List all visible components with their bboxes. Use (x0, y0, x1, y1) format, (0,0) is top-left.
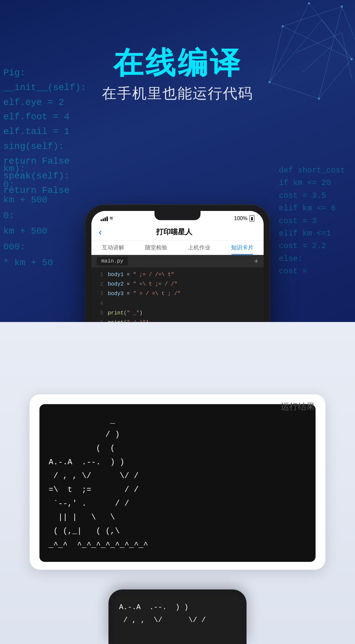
result-terminal: _ / ) ( ( A.-.A .--. ) ) / , , \/ \/ / =… (39, 404, 316, 562)
tab-quiz[interactable]: 随堂检验 (134, 241, 178, 255)
result-label: 运行结果 (281, 401, 315, 412)
svg-point-18 (282, 25, 284, 27)
bottom-phone-code: A.-.A .--. ) ) / , , \/ \/ / (114, 595, 241, 644)
tab-homework[interactable]: 上机作业 (178, 241, 221, 255)
file-tab[interactable]: main.py (97, 257, 128, 265)
editor-tab-bar: main.py + (91, 255, 264, 267)
tab-interactive[interactable]: 互动讲解 (91, 241, 134, 255)
phone-notch (154, 211, 201, 220)
code-line-5: 5 print(" _") (91, 309, 264, 318)
phone-frame: ≈ 9:41 AM 100% ▮ ‹ 打印喵星人 互动讲解 随堂检验 (85, 205, 270, 322)
status-left: ≈ (101, 215, 113, 222)
status-right: 100% ▮ (234, 215, 254, 221)
result-card: 运行结果 _ / ) ( ( A.-.A .--. ) ) / , , \/ \… (30, 394, 325, 570)
bg-code-right: def short_cost if km <= 20 cost = 3.5 el… (279, 164, 345, 278)
top-section: Pig: __init__(self): elf.eye = 2 elf.foo… (0, 0, 355, 322)
signal-bar-2 (103, 218, 104, 221)
code-line-4: 4 (91, 299, 264, 309)
svg-point-14 (308, 2, 310, 4)
back-button[interactable]: ‹ (99, 226, 102, 238)
signal-bar-1 (101, 219, 102, 221)
code-line-1: 1 body1 = " ;= / /=\ t" (91, 270, 264, 280)
signal-bar-3 (105, 218, 106, 221)
bottom-section: 运行结果 _ / ) ( ( A.-.A .--. ) ) / , , \/ \… (0, 322, 355, 644)
phone-mockup: ≈ 9:41 AM 100% ▮ ‹ 打印喵星人 互动讲解 随堂检验 (85, 205, 270, 322)
app-tabs: 互动讲解 随堂检验 上机作业 知识卡片 (91, 241, 264, 255)
svg-line-4 (283, 7, 342, 26)
signal-bars (101, 216, 108, 221)
code-line-2: 2 body2 = " =\ t ;= / /" (91, 280, 264, 289)
battery-icon: ▮ (249, 215, 254, 221)
svg-line-5 (342, 7, 355, 39)
signal-bar-4 (106, 217, 108, 221)
phone-screen: ≈ 9:41 AM 100% ▮ ‹ 打印喵星人 互动讲解 随堂检验 (91, 211, 264, 322)
code-editor: main.py + 1 body1 = " ;= / /=\ t" 2 body… (91, 255, 264, 322)
app-nav: ‹ 打印喵星人 (91, 224, 264, 241)
add-file-button[interactable]: + (254, 257, 258, 265)
sub-title: 在手机里也能运行代码 (0, 84, 355, 103)
wifi-icon: ≈ (110, 215, 113, 222)
svg-point-19 (341, 6, 343, 8)
bg-code-bottom-left: km): 0: km + 500 0: km + 500 000: * km +… (0, 161, 53, 270)
code-line-3: 3 body3 = " = / =\ t ; /" (91, 289, 264, 299)
tab-flashcard[interactable]: 知识卡片 (221, 241, 264, 255)
nav-title: 打印喵星人 (107, 227, 241, 237)
main-title: 在线编译 (0, 43, 355, 83)
code-lines: 1 body1 = " ;= / /=\ t" 2 body2 = " =\ t… (91, 267, 264, 322)
bottom-phone-strip: A.-.A .--. ) ) / , , \/ \/ / (108, 589, 247, 644)
code-line-6: 6 print(" / )") (91, 318, 264, 322)
battery-percent: 100% (234, 216, 248, 221)
